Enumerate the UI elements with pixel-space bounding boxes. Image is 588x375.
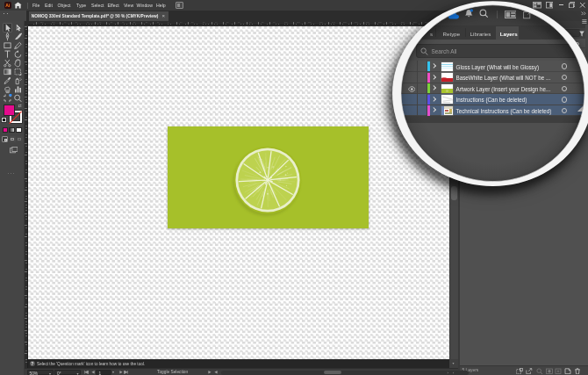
arrange-documents-icon[interactable]: [176, 2, 184, 8]
locate-object-icon[interactable]: [536, 368, 543, 375]
tool-type[interactable]: [3, 50, 12, 59]
layer-name[interactable]: Instructions (Can be deleted): [456, 97, 527, 103]
menu-edit[interactable]: Edit: [45, 3, 53, 8]
tool-zoom[interactable]: [13, 94, 23, 103]
lens-tab-retype[interactable]: Retype: [443, 31, 461, 37]
collapse-panels-icon[interactable]: [581, 11, 586, 16]
draw-normal-button[interactable]: [2, 136, 8, 142]
tool-rotate[interactable]: [13, 50, 23, 59]
tool-direct-selection[interactable]: [13, 24, 23, 32]
target-circle-icon[interactable]: [562, 108, 567, 113]
toolbar-drag-handle[interactable]: [3, 12, 10, 15]
expand-chevron-icon[interactable]: [431, 107, 436, 112]
horizontal-ruler[interactable]: -110-100-90-80-70-60-50-40-30-20-1001020…: [25, 21, 449, 25]
horizontal-scrollbar-thumb[interactable]: [324, 371, 341, 374]
tool-free-transform[interactable]: [13, 68, 23, 76]
vertical-scrollbar-thumb[interactable]: [451, 186, 456, 200]
prev-artboard-icon[interactable]: [91, 371, 95, 374]
screen-mode-button[interactable]: [10, 147, 18, 154]
tool-paintbrush[interactable]: [13, 32, 23, 41]
menu-window[interactable]: Window: [137, 3, 153, 8]
lens-tab-layers[interactable]: Layers: [496, 26, 519, 40]
expand-chevron-icon[interactable]: [431, 63, 436, 69]
tool-hand[interactable]: [13, 59, 23, 68]
tool-rectangle[interactable]: [3, 41, 12, 50]
color-mode-fill-button[interactable]: [3, 127, 9, 133]
default-fill-stroke-icon[interactable]: [2, 118, 6, 122]
status-collapse-icon[interactable]: [214, 371, 218, 374]
menu-help[interactable]: Help: [156, 3, 166, 8]
tool-symbol-sprayer[interactable]: [13, 76, 23, 85]
tool-selection[interactable]: [3, 24, 12, 32]
lens-search-field[interactable]: Search All: [416, 44, 581, 58]
document-tab[interactable]: NOMOQ 330ml Standard Template.pdf* @ 50 …: [29, 11, 169, 22]
visibility-eye-icon[interactable]: [408, 86, 416, 92]
status-expand-icon[interactable]: [208, 371, 212, 374]
tool-graph[interactable]: [13, 85, 23, 94]
menu-view[interactable]: View: [124, 3, 133, 8]
tool-scissors[interactable]: [3, 59, 12, 68]
first-artboard-icon[interactable]: [84, 371, 89, 374]
fill-color-swatch[interactable]: [4, 105, 15, 116]
swap-fill-stroke-icon[interactable]: ⇄: [18, 103, 22, 108]
collect-for-export-icon[interactable]: [516, 368, 523, 375]
layer-name[interactable]: BaseWhite Layer (What will NOT be ...: [456, 75, 551, 81]
artboard-dropdown-arrow[interactable]: ▾: [112, 370, 114, 374]
lens-tab-partial[interactable]: s: [430, 31, 433, 37]
last-artboard-icon[interactable]: [124, 371, 128, 374]
close-button[interactable]: [579, 2, 586, 9]
ruler-corner[interactable]: [25, 21, 28, 25]
delete-layer-icon[interactable]: [574, 368, 581, 375]
make-clipping-mask-icon[interactable]: [546, 368, 553, 375]
draw-inside-button[interactable]: [17, 136, 23, 142]
filter-icon[interactable]: [579, 31, 584, 37]
tool-gradient[interactable]: [3, 68, 12, 76]
documents-layout-icon[interactable]: [546, 2, 554, 9]
tool-pencil[interactable]: [13, 41, 23, 50]
home-icon[interactable]: [14, 2, 22, 9]
tool-eyedropper[interactable]: [3, 76, 12, 85]
scroll-left-icon[interactable]: ‹: [453, 371, 454, 375]
restore-button[interactable]: [569, 2, 576, 9]
layer-name[interactable]: Technical Instructions (Can be deleted): [456, 108, 552, 114]
layer-name[interactable]: Gloss Layer (What will be Glossy): [456, 64, 539, 70]
new-layer-icon[interactable]: [564, 368, 571, 375]
scroll-right-icon[interactable]: ›: [448, 371, 448, 375]
menu-type[interactable]: Type: [76, 3, 86, 8]
color-mode-none-button[interactable]: [16, 127, 22, 133]
expand-chevron-icon[interactable]: [431, 75, 436, 80]
new-sublayer-icon[interactable]: [555, 368, 562, 375]
layer-thumbnail[interactable]: [441, 95, 454, 104]
layer-thumbnail[interactable]: [441, 73, 454, 82]
target-circle-icon[interactable]: [562, 86, 567, 91]
layer-name[interactable]: Artwork Layer (Insert your Design he...: [456, 86, 551, 92]
tab-close-icon[interactable]: ×: [161, 13, 165, 18]
panel-menu-icon[interactable]: [582, 19, 587, 24]
lime-slice-artwork[interactable]: [230, 142, 305, 218]
tool-pen[interactable]: [3, 32, 12, 41]
menu-select[interactable]: Select: [91, 3, 104, 8]
target-circle-icon[interactable]: [562, 63, 567, 69]
layer-thumbnail[interactable]: [441, 84, 454, 93]
lens-tab-libraries[interactable]: Libraries: [470, 31, 491, 37]
artboard-number-field[interactable]: 1: [96, 370, 111, 375]
minimize-button[interactable]: [559, 4, 564, 5]
layer-thumbnail[interactable]: [441, 62, 454, 71]
menu-object[interactable]: Object: [58, 3, 71, 8]
menu-effect[interactable]: Effect: [108, 3, 119, 8]
illustrator-logo-icon[interactable]: Ai: [4, 2, 12, 10]
edit-toolbar-dots[interactable]: ...: [8, 169, 16, 175]
menu-file[interactable]: File: [32, 3, 39, 8]
expand-chevron-icon[interactable]: [431, 97, 436, 102]
scroll-down-icon[interactable]: ▾: [449, 359, 458, 368]
horizontal-scrollbar[interactable]: [221, 371, 469, 375]
color-mode-gradient-button[interactable]: [9, 127, 15, 133]
tool-artboard[interactable]: [3, 94, 12, 103]
layer-thumbnail[interactable]: [441, 106, 454, 115]
next-artboard-icon[interactable]: [119, 371, 123, 374]
workspace-switcher-icon[interactable]: [533, 2, 541, 9]
target-circle-icon[interactable]: [562, 97, 567, 102]
vertical-ruler[interactable]: [25, 26, 28, 369]
target-circle-icon[interactable]: [562, 75, 567, 80]
rotation-dropdown[interactable]: 0° ▾: [54, 370, 81, 375]
